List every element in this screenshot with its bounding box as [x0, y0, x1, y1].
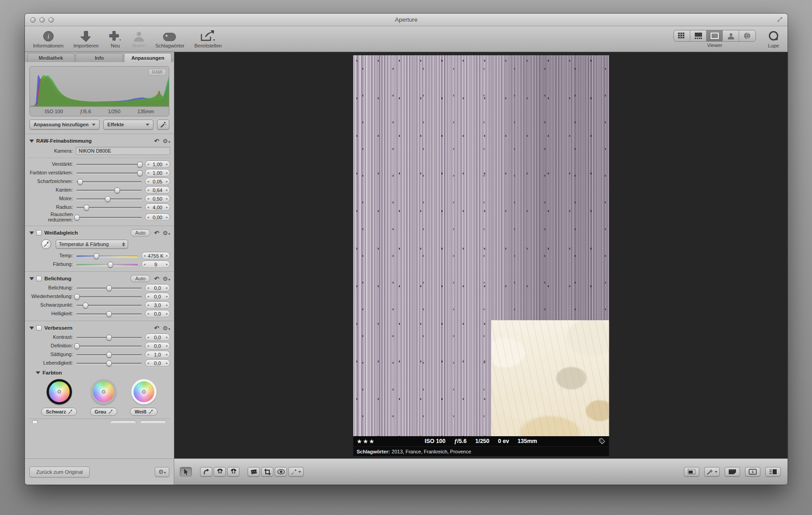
slider-thumb[interactable]: [115, 188, 120, 193]
slider-track[interactable]: [76, 252, 139, 260]
toolbar-importieren[interactable]: Importieren: [73, 29, 99, 48]
slider-thumb[interactable]: [94, 253, 99, 259]
select-tool-button[interactable]: [180, 467, 192, 476]
rotate-left-tool-button[interactable]: [200, 467, 212, 476]
slider-track[interactable]: [76, 169, 143, 177]
slider-track[interactable]: [76, 187, 143, 194]
toolbar-schlagwoerter[interactable]: Schlagwörter: [155, 29, 184, 48]
retouch-brush-tool-button[interactable]: [288, 467, 304, 476]
wheel-center-dot[interactable]: [57, 390, 61, 394]
value-stepper[interactable]: 1,0: [145, 351, 170, 358]
toolbar-bereitstellen[interactable]: Bereitstellen: [194, 29, 222, 48]
white-eyedropper-button[interactable]: Weiß: [130, 408, 157, 416]
selection-overlay-button[interactable]: [684, 467, 699, 476]
slider-track[interactable]: [76, 195, 143, 202]
value-stepper[interactable]: 0,64: [145, 186, 170, 194]
toolbar-neu[interactable]: Neu: [109, 29, 122, 48]
filter-wand-button[interactable]: [704, 467, 720, 476]
slider-thumb[interactable]: [137, 170, 143, 176]
slider-track[interactable]: [76, 261, 139, 268]
value-stepper[interactable]: 0,0: [145, 293, 170, 300]
slider-thumb[interactable]: [74, 343, 80, 349]
slider-track[interactable]: [76, 284, 143, 292]
slider-thumb[interactable]: [77, 179, 83, 185]
white-balance-mode-select[interactable]: Temperatur & Färbung: [56, 240, 128, 249]
undo-icon[interactable]: ↶: [154, 230, 159, 236]
disclosure-triangle[interactable]: [29, 140, 34, 143]
value-stepper[interactable]: 0,0: [145, 310, 170, 318]
straighten-tool-button[interactable]: [248, 467, 260, 476]
inspector-scroll-area[interactable]: RAW ISO 100ƒ/5.61/250135mm Anpassung hin…: [25, 62, 174, 458]
value-stepper[interactable]: 0,0: [145, 359, 170, 367]
view-viewer-button[interactable]: [707, 30, 723, 41]
black-eyedropper-button[interactable]: Schwarz: [41, 408, 77, 416]
slider-thumb[interactable]: [106, 335, 112, 341]
wheel-center-dot[interactable]: [142, 390, 146, 394]
lift-tool-button[interactable]: [214, 467, 226, 476]
slider-thumb[interactable]: [83, 303, 88, 308]
toolbar-lupe[interactable]: Lupe: [768, 29, 779, 48]
value-stepper[interactable]: 0,05: [145, 178, 170, 185]
tab-info[interactable]: Info: [76, 53, 123, 62]
undo-icon[interactable]: ↶: [154, 325, 159, 332]
stamp-tool-button[interactable]: [227, 467, 239, 476]
black-tint-wheel[interactable]: [47, 379, 72, 404]
slider-thumb[interactable]: [74, 215, 80, 221]
disclosure-triangle[interactable]: [36, 371, 40, 374]
slider-track[interactable]: [76, 161, 143, 168]
slider-thumb[interactable]: [74, 294, 80, 300]
filmstrip-button[interactable]: [725, 467, 740, 476]
value-stepper[interactable]: 0,0: [145, 342, 170, 350]
view-faces-button[interactable]: [723, 30, 739, 41]
value-stepper[interactable]: 3,0: [145, 301, 170, 309]
view-places-button[interactable]: [739, 30, 755, 41]
value-stepper[interactable]: 1,00: [145, 160, 170, 168]
slider-track[interactable]: [76, 351, 143, 358]
red-eye-tool-button[interactable]: [275, 467, 287, 476]
revert-to-original-button[interactable]: Zurück zum Original: [29, 467, 90, 477]
primary-only-button[interactable]: 1: [745, 467, 760, 476]
gear-icon[interactable]: ⚙: [162, 275, 170, 282]
title-bar[interactable]: Aperture: [25, 14, 788, 26]
effects-dropdown[interactable]: Effekte: [103, 120, 153, 130]
toolbar-informationen[interactable]: i Informationen: [33, 29, 63, 48]
value-stepper[interactable]: 0,0: [145, 333, 170, 341]
value-stepper[interactable]: 9: [141, 260, 170, 268]
slider-track[interactable]: [76, 178, 143, 185]
crop-tool-button[interactable]: [261, 467, 273, 476]
gear-icon[interactable]: ⚙: [162, 230, 170, 236]
inspector-toggle-button[interactable]: [765, 467, 781, 476]
slider-thumb[interactable]: [105, 196, 110, 202]
value-stepper[interactable]: 4,00: [145, 203, 170, 211]
disclosure-triangle[interactable]: [29, 231, 34, 235]
disclosure-triangle[interactable]: [29, 327, 34, 330]
value-stepper[interactable]: 0,0: [145, 284, 170, 292]
add-adjustment-dropdown[interactable]: Anpassung hinzufügen: [29, 120, 100, 130]
photo-zoomed-view[interactable]: [353, 55, 609, 436]
value-stepper[interactable]: 1,00: [145, 169, 170, 177]
undo-icon[interactable]: ↶: [154, 138, 159, 144]
slider-track[interactable]: [76, 334, 143, 341]
slider-thumb[interactable]: [106, 361, 112, 366]
slider-track[interactable]: [76, 310, 143, 318]
slider-thumb[interactable]: [137, 162, 143, 168]
gray-eyedropper-button[interactable]: Grau: [90, 408, 117, 416]
keyword-tag-icon[interactable]: [598, 438, 605, 445]
slider-track[interactable]: [76, 293, 143, 300]
enable-checkbox[interactable]: [36, 230, 42, 236]
disclosure-triangle[interactable]: [29, 277, 34, 280]
white-tint-wheel[interactable]: [131, 379, 157, 404]
slider-track[interactable]: [76, 204, 143, 211]
inspector-gear-button[interactable]: ⚙: [155, 467, 169, 477]
gear-icon[interactable]: ⚙: [162, 325, 170, 332]
tab-anpassungen[interactable]: Anpassungen: [124, 53, 172, 62]
rating-stars[interactable]: ★★★: [357, 438, 375, 445]
tab-mediathek[interactable]: Mediathek: [27, 53, 75, 62]
navigator-inset-thumbnail[interactable]: [491, 320, 609, 436]
enable-checkbox[interactable]: [36, 276, 42, 281]
wheel-center-dot[interactable]: [102, 390, 105, 394]
auto-button[interactable]: Auto: [130, 275, 151, 282]
slider-track[interactable]: [76, 214, 143, 221]
slider-thumb[interactable]: [84, 205, 89, 211]
undo-icon[interactable]: ↶: [154, 275, 159, 282]
